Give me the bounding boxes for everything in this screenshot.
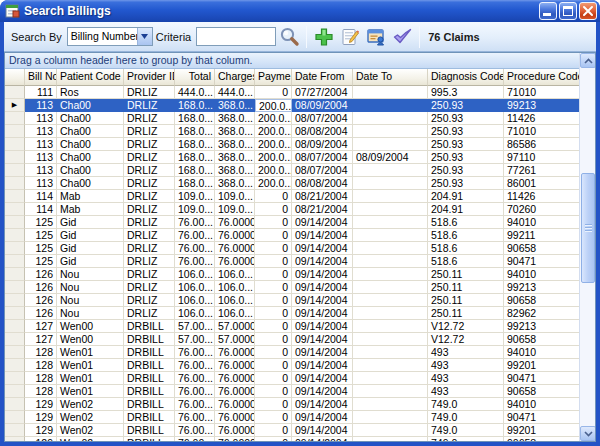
vertical-scrollbar[interactable] [579,53,595,441]
cell[interactable]: 08/09/2004 [353,151,428,164]
cell[interactable]: 90658 [504,242,579,255]
cell[interactable]: 0 [255,294,292,307]
cell[interactable]: 08/07/2004 [292,164,353,177]
cell[interactable]: 129 [25,411,57,424]
cell[interactable]: DRBILL [124,346,175,359]
cell[interactable]: 200.0... [255,99,292,112]
cell[interactable]: Cha00 [57,125,124,138]
cell[interactable]: 99211 [504,229,579,242]
cell[interactable]: 99213 [504,320,579,333]
cell[interactable]: 113 [25,138,57,151]
cell[interactable]: DRLIZ [124,125,175,138]
cell[interactable]: 71010 [504,86,579,99]
cell[interactable]: 97110 [504,151,579,164]
cell[interactable]: 749.0 [428,398,504,411]
cell[interactable]: 106.0... [175,268,215,281]
cell[interactable]: 08/07/2004 [292,112,353,125]
cell[interactable]: 106.0... [175,281,215,294]
table-row[interactable]: 126NouDRLIZ106.0...106.0...009/14/200425… [5,307,579,320]
cell[interactable]: 127 [25,320,57,333]
cell[interactable]: 09/14/2004 [292,346,353,359]
row-indicator[interactable] [5,437,25,441]
table-row[interactable]: 125GidDRLIZ76.00...76.0000009/14/2004518… [5,255,579,268]
cell[interactable] [353,320,428,333]
cell[interactable]: 106.0... [215,307,255,320]
cell[interactable]: 518.6 [428,229,504,242]
cell[interactable] [353,307,428,320]
cell[interactable]: 09/14/2004 [292,216,353,229]
cell[interactable]: 518.6 [428,216,504,229]
cell[interactable]: DRBILL [124,372,175,385]
cell[interactable]: 76.0000 [215,424,255,437]
cell[interactable]: 09/14/2004 [292,281,353,294]
cell[interactable]: 200.0... [255,151,292,164]
cell[interactable]: 106.0... [175,307,215,320]
cell[interactable] [353,99,428,112]
cell[interactable]: 76.00... [175,242,215,255]
cell[interactable]: 0 [255,242,292,255]
table-row[interactable]: 113Cha00DRLIZ168.0...368.0...200.0...08/… [5,112,579,125]
table-row[interactable]: 127Wen00DRBILL57.00...57.0000009/14/2004… [5,320,579,333]
row-indicator[interactable] [5,411,25,424]
cell[interactable]: Cha00 [57,164,124,177]
cell[interactable]: 09/14/2004 [292,372,353,385]
cell[interactable]: 99201 [504,359,579,372]
table-row[interactable]: 128Wen01DRBILL76.00...76.0000009/14/2004… [5,372,579,385]
cell[interactable]: 125 [25,216,57,229]
cell[interactable]: 200.0... [255,138,292,151]
cell[interactable]: DRBILL [124,385,175,398]
cell[interactable]: 250.93 [428,125,504,138]
cell[interactable]: 08/21/2004 [292,190,353,203]
cell[interactable]: DRLIZ [124,86,175,99]
cell[interactable]: 57.00... [175,320,215,333]
cell[interactable]: Gid [57,229,124,242]
cell[interactable]: 71010 [504,125,579,138]
cell[interactable]: Ros [57,86,124,99]
cell[interactable]: 444.0... [175,86,215,99]
cell[interactable] [353,229,428,242]
cell[interactable]: Nou [57,294,124,307]
row-indicator[interactable] [5,216,25,229]
row-indicator[interactable] [5,385,25,398]
cell[interactable]: 0 [255,398,292,411]
column-header-date-to[interactable]: Date To [353,69,428,86]
cell[interactable]: Wen02 [57,411,124,424]
post-button[interactable] [390,25,414,49]
cell[interactable] [353,411,428,424]
table-row[interactable]: 127Wen00DRBILL57.00...57.0000009/14/2004… [5,333,579,346]
cell[interactable]: 76.00... [175,398,215,411]
cell[interactable]: V12.72 [428,320,504,333]
cell[interactable] [353,216,428,229]
cell[interactable]: 76.00... [175,424,215,437]
cell[interactable] [353,398,428,411]
row-indicator[interactable] [5,320,25,333]
cell[interactable]: 129 [25,437,57,441]
cell[interactable]: 94010 [504,346,579,359]
cell[interactable]: 90658 [504,437,579,441]
cell[interactable]: Gid [57,255,124,268]
cell[interactable]: 368.0... [215,177,255,190]
cell[interactable]: 250.93 [428,164,504,177]
cell[interactable]: 94010 [504,398,579,411]
table-row[interactable]: 114MabDRLIZ109.0...109.0...008/21/200420… [5,203,579,216]
cell[interactable]: Wen00 [57,320,124,333]
row-indicator[interactable] [5,242,25,255]
cell[interactable]: 09/14/2004 [292,229,353,242]
cell[interactable]: 493 [428,359,504,372]
row-indicator[interactable] [5,424,25,437]
cell[interactable]: 09/14/2004 [292,424,353,437]
cell[interactable]: DRBILL [124,411,175,424]
cell[interactable]: 57.0000 [215,333,255,346]
cell[interactable]: 129 [25,398,57,411]
cell[interactable]: 200.0... [255,112,292,125]
table-row[interactable]: 125GidDRLIZ76.00...76.0000009/14/2004518… [5,229,579,242]
cell[interactable]: 749.0 [428,411,504,424]
cell[interactable]: 09/14/2004 [292,242,353,255]
row-indicator[interactable] [5,203,25,216]
table-row[interactable]: 113Cha00DRLIZ168.0...368.0...200.0...08/… [5,138,579,151]
cell[interactable] [353,138,428,151]
cell[interactable]: Cha00 [57,138,124,151]
cell[interactable]: 07/27/2004 [292,86,353,99]
cell[interactable]: 250.93 [428,138,504,151]
table-row[interactable]: 128Wen01DRBILL76.00...76.0000009/14/2004… [5,385,579,398]
